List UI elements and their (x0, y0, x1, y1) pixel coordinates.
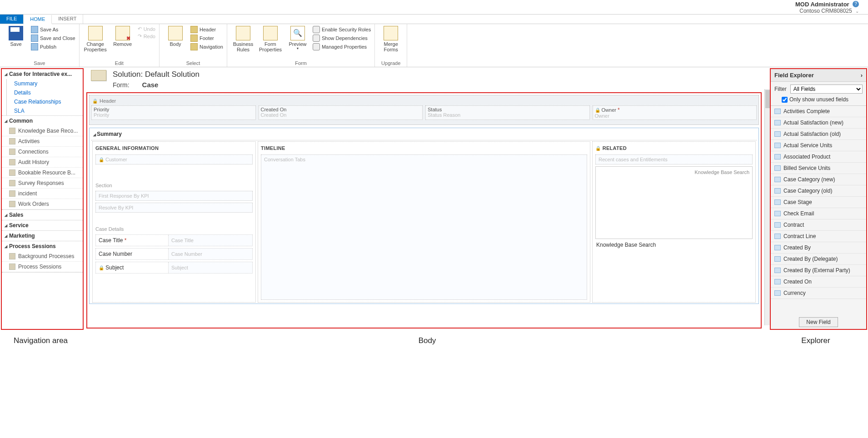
timeline-placeholder[interactable]: Conversation Tabs (261, 154, 587, 300)
tab-file[interactable]: FILE (0, 15, 24, 24)
field-case-title[interactable]: Case Title * Case Title (95, 234, 253, 246)
save-close-button[interactable]: Save and Close (31, 35, 75, 42)
field-icon (774, 143, 781, 148)
field-item[interactable]: Check Email (771, 208, 866, 219)
center-pane: Solution: Default Solution Form:Case 🔒He… (84, 67, 764, 328)
managed-properties-button[interactable]: Managed Properties (313, 43, 371, 50)
filter-label: Filter (774, 86, 787, 92)
nav-item-bgproc[interactable]: Background Processes (2, 251, 83, 262)
field-item[interactable]: Activities Complete (771, 106, 866, 117)
redo-button[interactable]: ↷Redo (138, 33, 155, 39)
nav-section-process[interactable]: Process Sessions (2, 241, 83, 251)
navigation-button[interactable]: Navigation (190, 43, 223, 50)
nav-item-audit[interactable]: Audit History (2, 157, 83, 168)
field-first-response[interactable]: First Response By KPI (95, 191, 253, 201)
managed-icon (313, 43, 320, 50)
field-item[interactable]: Contract (771, 219, 866, 231)
tab-insert[interactable]: INSERT (52, 15, 83, 24)
nav-item-procsess[interactable]: Process Sessions (2, 262, 83, 272)
section-label: Section (95, 180, 253, 189)
field-case-number[interactable]: Case Number Case Number (95, 248, 253, 260)
form-header-section[interactable]: 🔒Header Priority Priority Created On Cre… (89, 95, 759, 125)
nav-section-case[interactable]: Case for Interactive ex... (2, 69, 83, 79)
field-item[interactable]: Created By (Delegate) (771, 254, 866, 265)
publish-icon (31, 43, 38, 50)
nav-item-kb[interactable]: Knowledge Base Reco... (2, 126, 83, 136)
survey-icon (9, 180, 15, 186)
field-item[interactable]: Actual Service Units (771, 140, 866, 151)
field-resolve-by[interactable]: Resolve By KPI (95, 203, 253, 213)
summary-tab[interactable]: Summary GENERAL INFORMATION 🔒 Customer S… (89, 128, 759, 304)
save-button[interactable]: Save (4, 26, 28, 47)
business-rules-button[interactable]: Business Rules (231, 26, 255, 52)
preview-icon: 🔍 (290, 26, 305, 40)
summary-col-general[interactable]: GENERAL INFORMATION 🔒 Customer Section F… (92, 141, 256, 303)
save-as-button[interactable]: Save As (31, 26, 75, 33)
nav-item-activities[interactable]: Activities (2, 136, 83, 147)
nav-item-bookable[interactable]: Bookable Resource B... (2, 168, 83, 178)
field-item[interactable]: Created By (External Party) (771, 265, 866, 276)
field-item[interactable]: Created On (771, 276, 866, 288)
related-placeholder[interactable]: Recent cases and Entitlements (595, 154, 753, 164)
field-item[interactable]: Currency (771, 288, 866, 299)
field-item[interactable]: Case Stage (771, 197, 866, 208)
user-bar: MOD Administrator ? Contoso CRM808025 ⌄ (0, 0, 868, 14)
help-icon[interactable]: ? (853, 1, 859, 7)
chevron-down-icon[interactable]: ⌄ (855, 9, 859, 14)
field-icon (774, 290, 781, 296)
only-unused-input[interactable] (782, 97, 788, 103)
field-item[interactable]: Billed Service Units (771, 163, 866, 174)
field-item[interactable]: Actual Satisfaction (old) (771, 129, 866, 140)
nav-item-workorders[interactable]: Work Orders (2, 199, 83, 209)
merge-forms-button[interactable]: Merge Forms (379, 26, 403, 52)
only-unused-checkbox[interactable]: Only show unused fields (771, 96, 866, 105)
tab-home[interactable]: HOME (24, 15, 52, 24)
header-icon (190, 26, 198, 33)
field-subject[interactable]: 🔒 Subject Subject (95, 262, 253, 274)
field-item[interactable]: Actual Satisfaction (new) (771, 117, 866, 129)
change-properties-button[interactable]: Change Properties (83, 26, 108, 52)
publish-button[interactable]: Publish (31, 43, 75, 50)
summary-col-related[interactable]: 🔒 RELATED Recent cases and Entitlements … (592, 141, 756, 303)
header-field-status[interactable]: Status Status Reason (425, 105, 590, 120)
kb-search-label: Knowledge Base Search (595, 239, 753, 251)
preview-button[interactable]: 🔍Preview▾ (285, 26, 310, 51)
nav-link-relationships[interactable]: Case Relationships (6, 97, 83, 106)
nav-section-marketing[interactable]: Marketing (2, 231, 83, 241)
field-item[interactable]: Created By (771, 242, 866, 254)
field-customer[interactable]: 🔒 Customer (95, 154, 253, 164)
nav-section-common[interactable]: Common (2, 116, 83, 126)
field-icon (774, 177, 781, 182)
vertical-scrollbar[interactable] (764, 89, 770, 325)
nav-item-incident[interactable]: incident (2, 189, 83, 199)
kb-search-box[interactable]: Knowledge Base Search (595, 166, 753, 239)
nav-link-sla[interactable]: SLA (6, 106, 83, 115)
header-button[interactable]: Header (190, 26, 223, 33)
field-item[interactable]: Associated Product (771, 151, 866, 163)
form-properties-button[interactable]: Form Properties (258, 26, 283, 52)
nav-item-connections[interactable]: Connections (2, 147, 83, 157)
footer-button[interactable]: Footer (190, 35, 223, 42)
nav-link-details[interactable]: Details (6, 88, 83, 97)
filter-select[interactable]: All Fields (790, 85, 863, 94)
case-details-label: Case Details (95, 224, 253, 233)
undo-button[interactable]: ↶Undo (138, 26, 155, 32)
show-dependencies-button[interactable]: Show Dependencies (313, 35, 371, 42)
expand-icon[interactable]: › (861, 72, 863, 79)
header-field-createdon[interactable]: Created On Created On (259, 105, 423, 120)
summary-col-timeline[interactable]: TIMELINE Conversation Tabs (258, 141, 590, 303)
field-item[interactable]: Case Category (new) (771, 174, 866, 185)
field-icon (774, 256, 781, 262)
enable-security-button[interactable]: Enable Security Roles (313, 26, 371, 33)
nav-section-sales[interactable]: Sales (2, 210, 83, 220)
nav-link-summary[interactable]: Summary (6, 79, 83, 88)
field-item[interactable]: Case Category (old) (771, 185, 866, 197)
header-field-priority[interactable]: Priority Priority (91, 105, 256, 120)
body-button[interactable]: Body (163, 26, 188, 47)
field-item[interactable]: Contract Line (771, 231, 866, 242)
header-field-owner[interactable]: 🔒 Owner * Owner (593, 105, 757, 120)
remove-button[interactable]: ✖Remove (110, 26, 135, 47)
nav-section-service[interactable]: Service (2, 220, 83, 230)
nav-item-survey[interactable]: Survey Responses (2, 178, 83, 189)
new-field-button[interactable]: New Field (799, 317, 838, 327)
